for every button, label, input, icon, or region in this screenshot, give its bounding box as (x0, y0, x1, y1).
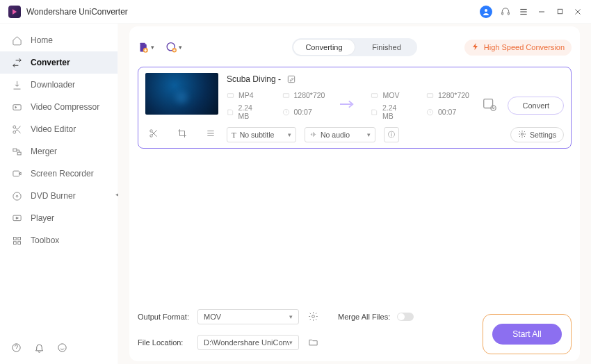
sidebar-item-editor[interactable]: Video Editor (0, 118, 118, 140)
close-icon[interactable] (573, 7, 583, 17)
account-avatar[interactable] (480, 6, 492, 18)
chevron-down-icon: ▾ (179, 44, 182, 51)
svg-point-11 (13, 125, 15, 128)
audio-select[interactable]: No audio▾ (305, 127, 375, 142)
arrow-right-icon (340, 99, 355, 112)
effects-icon[interactable] (206, 129, 216, 141)
subtitle-select[interactable]: TNo subtitle▾ (227, 127, 296, 142)
feedback-icon[interactable] (57, 342, 67, 356)
add-folder-button[interactable]: ▾ (165, 39, 182, 56)
convert-button[interactable]: Convert (508, 97, 564, 115)
home-icon (11, 35, 22, 46)
minimize-icon[interactable] (537, 7, 547, 17)
dst-res: 1280*720 (426, 91, 469, 99)
sidebar-item-label: Home (31, 35, 53, 45)
svg-rect-2 (508, 12, 510, 15)
sidebar-item-home[interactable]: Home (0, 29, 118, 51)
subtitle-icon: T (232, 131, 236, 139)
maximize-icon[interactable] (555, 7, 565, 17)
sidebar-item-label: Screen Recorder (31, 169, 94, 179)
settings-button[interactable]: Settings (510, 127, 564, 142)
svg-rect-15 (13, 149, 16, 151)
svg-point-39 (149, 130, 152, 133)
output-format-label: Output Format: (138, 313, 191, 321)
recorder-icon (11, 168, 22, 179)
conversion-item: Scuba Diving - MP4 1280*720 2.24 MB 00:0… (138, 67, 572, 149)
output-format-select[interactable]: MOV▾ (197, 309, 299, 324)
disc-icon (11, 190, 22, 201)
svg-point-0 (485, 9, 487, 12)
play-icon (11, 213, 22, 224)
svg-point-12 (13, 131, 15, 133)
svg-point-19 (16, 195, 18, 197)
merge-label: Merge All Files: (338, 313, 390, 321)
svg-point-26 (58, 344, 66, 351)
sidebar-item-toolbox[interactable]: Toolbox (0, 229, 118, 251)
sidebar-item-recorder[interactable]: Screen Recorder (0, 163, 118, 185)
gear-icon (518, 130, 526, 140)
dst-dur: 00:07 (426, 104, 469, 120)
scissors-icon (11, 124, 22, 135)
sidebar-item-dvd[interactable]: DVD Burner (0, 185, 118, 207)
chevron-down-icon: ▾ (151, 44, 154, 51)
src-size: 2.24 MB (227, 104, 264, 120)
start-all-button[interactable]: Start All (492, 324, 562, 345)
output-settings-icon[interactable] (306, 310, 320, 324)
svg-rect-24 (17, 241, 20, 244)
info-button[interactable]: ⓘ (384, 127, 399, 142)
sidebar-item-compressor[interactable]: Video Compressor (0, 96, 118, 118)
target-format-icon[interactable] (482, 97, 500, 115)
svg-rect-7 (558, 9, 562, 13)
sidebar-item-label: Video Compressor (31, 102, 99, 112)
svg-rect-22 (17, 237, 20, 240)
sidebar-item-label: Player (31, 213, 54, 223)
download-icon (11, 79, 22, 90)
converter-icon (11, 57, 22, 68)
trim-icon[interactable] (149, 129, 159, 141)
svg-rect-34 (372, 93, 378, 97)
tab-converting[interactable]: Converting (293, 40, 355, 55)
src-format: MP4 (227, 91, 264, 99)
src-res: 1280*720 (282, 91, 325, 99)
hamburger-icon[interactable] (519, 7, 528, 17)
sidebar-item-downloader[interactable]: Downloader (0, 74, 118, 96)
dst-size: 2.24 MB (371, 104, 408, 120)
chevron-down-icon: ▾ (289, 313, 293, 320)
sidebar-item-merger[interactable]: Merger (0, 140, 118, 163)
open-folder-icon[interactable] (306, 336, 320, 349)
svg-rect-31 (227, 93, 233, 97)
file-location-label: File Location: (138, 338, 191, 347)
merge-toggle[interactable] (397, 313, 414, 321)
bell-icon[interactable] (34, 342, 44, 356)
dst-format: MOV (371, 91, 408, 99)
headset-icon[interactable] (501, 7, 510, 17)
audio-icon (309, 131, 317, 140)
chevron-down-icon: ▾ (289, 339, 293, 346)
lightning-icon (471, 42, 480, 52)
crop-icon[interactable] (177, 129, 187, 141)
start-all-highlight: Start All (483, 314, 572, 354)
sidebar-item-label: DVD Burner (31, 191, 76, 201)
tab-finished[interactable]: Finished (356, 38, 417, 56)
add-file-button[interactable]: ▾ (138, 39, 154, 56)
app-logo (8, 6, 21, 18)
sidebar-item-label: Merger (31, 147, 57, 156)
svg-point-46 (521, 133, 524, 135)
help-icon[interactable] (11, 342, 22, 356)
sidebar-item-player[interactable]: Player (0, 207, 118, 229)
compressor-icon (11, 101, 22, 113)
sidebar-item-label: Converter (31, 58, 70, 67)
grid-icon (11, 235, 22, 246)
edit-name-icon[interactable] (286, 74, 296, 84)
src-dur: 00:07 (282, 104, 325, 120)
sidebar-item-label: Toolbox (31, 235, 59, 245)
merger-icon (11, 146, 22, 157)
app-title: Wondershare UniConverter (26, 7, 128, 17)
sidebar-item-converter[interactable]: Converter (0, 51, 118, 74)
high-speed-button[interactable]: High Speed Conversion (464, 40, 572, 56)
video-thumbnail[interactable] (145, 73, 218, 115)
chevron-down-icon: ▾ (367, 131, 371, 138)
svg-rect-1 (502, 12, 503, 15)
svg-point-47 (311, 315, 314, 318)
file-location-select[interactable]: D:\Wondershare UniConvert▾ (197, 335, 299, 350)
